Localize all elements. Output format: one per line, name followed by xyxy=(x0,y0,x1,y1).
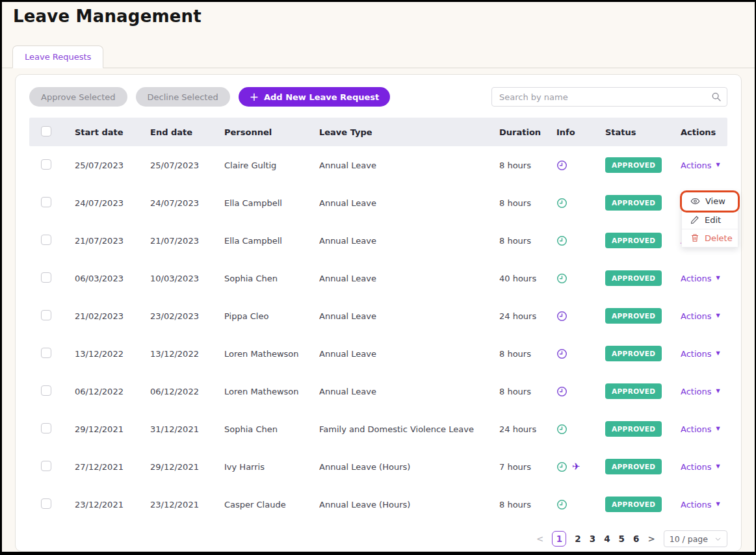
status-cell: APPROVED xyxy=(605,308,681,324)
personnel-cell: Ivy Harris xyxy=(224,462,319,472)
column-header-actions: Actions xyxy=(681,127,727,137)
status-cell: APPROVED xyxy=(605,383,681,399)
actions-label: Actions xyxy=(681,311,712,321)
start-date-cell: 23/12/2021 xyxy=(75,500,150,510)
clock-icon[interactable] xyxy=(556,235,567,246)
actions-dropdown-button[interactable]: Actions ▼ xyxy=(681,311,720,321)
end-date-cell: 13/12/2022 xyxy=(150,349,224,359)
tab-leave-requests[interactable]: Leave Requests xyxy=(12,45,103,68)
actions-cell: Actions ▼ ViewEditDelete xyxy=(681,161,727,170)
page-number-1[interactable]: 1 xyxy=(552,531,566,547)
row-checkbox[interactable] xyxy=(41,272,51,283)
duration-cell: 8 hours xyxy=(499,349,556,359)
row-checkbox[interactable] xyxy=(41,159,51,170)
airplane-icon[interactable]: ✈ xyxy=(572,462,580,472)
actions-cell: Actions ▼ xyxy=(681,462,727,472)
clock-icon[interactable] xyxy=(556,386,567,397)
clock-icon[interactable] xyxy=(556,273,567,284)
toolbar: Approve Selected Decline Selected + Add … xyxy=(16,75,741,107)
start-date-cell: 06/12/2022 xyxy=(75,387,150,396)
personnel-cell: Loren Mathewson xyxy=(224,387,319,396)
next-page-button[interactable]: > xyxy=(647,534,655,544)
page-number-4[interactable]: 4 xyxy=(604,534,610,544)
duration-cell: 24 hours xyxy=(499,311,556,321)
row-checkbox[interactable] xyxy=(41,235,51,245)
actions-dropdown-button[interactable]: Actions ▼ xyxy=(681,349,720,359)
table-row: 25/07/2023 25/07/2023 Claire Gultig Annu… xyxy=(29,146,727,184)
actions-dropdown-button[interactable]: Actions ▼ xyxy=(681,424,720,434)
clock-icon[interactable] xyxy=(556,499,567,510)
actions-label: Actions xyxy=(681,161,712,170)
status-badge: APPROVED xyxy=(605,383,662,399)
status-cell: APPROVED xyxy=(605,233,681,248)
clock-icon[interactable] xyxy=(556,424,567,435)
decline-selected-button[interactable]: Decline Selected xyxy=(136,87,230,107)
page-number-2[interactable]: 2 xyxy=(575,534,580,544)
actions-cell: Actions ▼ xyxy=(681,311,727,321)
status-badge: APPROVED xyxy=(605,308,662,324)
end-date-cell: 24/07/2023 xyxy=(150,198,224,208)
chevron-down-icon: ▼ xyxy=(716,313,720,318)
table-row: 23/12/2021 23/12/2021 Casper Claude Annu… xyxy=(29,485,727,523)
column-header-status: Status xyxy=(605,127,681,137)
info-cell: ✈ xyxy=(556,499,605,510)
add-new-leave-request-button[interactable]: + Add New Leave Request xyxy=(239,87,391,107)
personnel-cell: Casper Claude xyxy=(224,500,319,510)
table-row: 21/07/2023 21/07/2023 Ella Campbell Annu… xyxy=(29,222,727,259)
search-box xyxy=(491,87,727,107)
start-date-cell: 13/12/2022 xyxy=(75,349,150,359)
clock-icon[interactable] xyxy=(556,311,567,322)
status-badge: APPROVED xyxy=(605,459,662,474)
clock-icon[interactable] xyxy=(556,461,567,472)
leave-requests-table: Start date End date Personnel Leave Type… xyxy=(16,118,741,523)
status-badge: APPROVED xyxy=(605,346,662,361)
menu-item-delete[interactable]: Delete xyxy=(682,229,738,247)
status-cell: APPROVED xyxy=(605,421,681,437)
page-header: Leave Management xyxy=(2,2,755,26)
select-all-checkbox[interactable] xyxy=(41,126,51,136)
search-input[interactable] xyxy=(491,87,727,107)
row-checkbox[interactable] xyxy=(41,348,51,358)
page-number-3[interactable]: 3 xyxy=(590,534,595,544)
personnel-cell: Loren Mathewson xyxy=(224,349,319,359)
search-icon[interactable] xyxy=(711,92,722,102)
actions-dropdown-button[interactable]: Actions ▼ xyxy=(681,462,720,472)
menu-item-view[interactable]: View xyxy=(682,192,738,211)
end-date-cell: 29/12/2021 xyxy=(150,462,224,472)
table-header-row: Start date End date Personnel Leave Type… xyxy=(29,118,727,146)
row-checkbox[interactable] xyxy=(41,423,51,433)
personnel-cell: Sophia Chen xyxy=(224,274,319,283)
row-checkbox[interactable] xyxy=(41,385,51,396)
end-date-cell: 23/12/2021 xyxy=(150,500,224,510)
column-header-duration: Duration xyxy=(499,127,556,137)
end-date-cell: 23/02/2023 xyxy=(150,311,224,321)
leave-type-cell: Annual Leave xyxy=(319,311,499,321)
row-checkbox[interactable] xyxy=(41,197,51,207)
page-size-select[interactable]: 10 / page xyxy=(664,530,727,547)
actions-dropdown-button[interactable]: Actions ▼ xyxy=(681,500,720,510)
page-number-5[interactable]: 5 xyxy=(619,534,625,544)
menu-item-edit[interactable]: Edit xyxy=(682,211,738,229)
actions-dropdown-button[interactable]: Actions ▼ xyxy=(681,161,720,170)
table-row: 29/12/2021 31/12/2021 Sophia Chen Family… xyxy=(29,410,727,448)
actions-dropdown-button[interactable]: Actions ▼ xyxy=(681,274,720,283)
leave-type-cell: Annual Leave xyxy=(319,274,499,283)
row-checkbox[interactable] xyxy=(41,461,51,471)
status-cell: APPROVED xyxy=(605,346,681,361)
page-number-6[interactable]: 6 xyxy=(633,534,639,544)
approve-selected-button[interactable]: Approve Selected xyxy=(29,87,127,107)
pagination: < 123456 > 10 / page xyxy=(16,530,741,547)
status-cell: APPROVED xyxy=(605,459,681,474)
duration-cell: 40 hours xyxy=(499,274,556,283)
clock-icon[interactable] xyxy=(556,348,567,359)
table-row: 21/02/2023 23/02/2023 Pippa Cleo Annual … xyxy=(29,297,727,335)
clock-icon[interactable] xyxy=(556,160,567,171)
row-checkbox[interactable] xyxy=(41,310,51,320)
end-date-cell: 10/03/2023 xyxy=(150,274,224,283)
actions-dropdown-button[interactable]: Actions ▼ xyxy=(681,387,720,396)
row-checkbox[interactable] xyxy=(41,498,51,509)
clock-icon[interactable] xyxy=(556,198,567,209)
previous-page-button[interactable]: < xyxy=(536,534,543,544)
duration-cell: 7 hours xyxy=(499,462,556,472)
duration-cell: 8 hours xyxy=(499,161,556,170)
